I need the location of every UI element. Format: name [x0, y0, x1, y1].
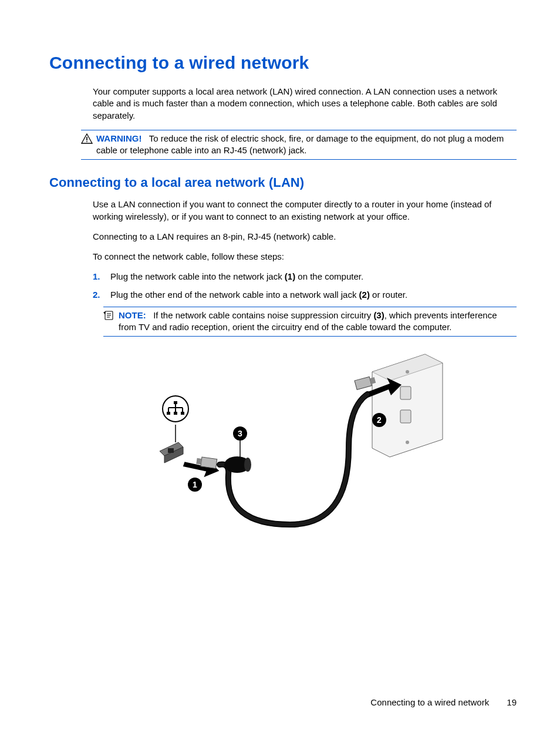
warning-icon	[81, 133, 94, 146]
svg-rect-24	[168, 448, 174, 453]
warning-body: To reduce the risk of electric shock, fi…	[96, 133, 504, 155]
section-heading: Connecting to a local area network (LAN)	[49, 175, 517, 190]
svg-rect-9	[400, 410, 411, 423]
svg-rect-21	[196, 458, 201, 465]
page-number: 19	[507, 697, 517, 707]
document-page: Connecting to a wired network Your compu…	[0, 0, 560, 746]
note-label: NOTE:	[119, 310, 146, 320]
use-lan-paragraph: Use a LAN connection if you want to conn…	[93, 199, 517, 223]
svg-rect-33	[167, 412, 170, 415]
svg-text:3: 3	[238, 429, 242, 438]
svg-rect-20	[201, 457, 217, 468]
svg-text:1: 1	[193, 480, 197, 489]
body-content: Your computer supports a local area netw…	[93, 86, 517, 122]
svg-rect-27	[174, 401, 177, 404]
svg-rect-0	[86, 137, 87, 140]
svg-rect-8	[400, 387, 411, 399]
note-text: NOTE: If the network cable contains nois…	[119, 310, 517, 334]
step-item: 2. Plug the other end of the network cab…	[93, 289, 517, 301]
svg-rect-35	[181, 412, 184, 415]
warning-callout: WARNING! To reduce the risk of electric …	[81, 130, 517, 160]
section-body: Use a LAN connection if you want to conn…	[93, 199, 517, 542]
page-title: Connecting to a wired network	[49, 53, 517, 73]
svg-text:2: 2	[377, 415, 382, 425]
note-icon	[103, 310, 116, 323]
svg-rect-1	[86, 141, 87, 142]
follow-steps-paragraph: To connect the network cable, follow the…	[93, 251, 517, 263]
step-text: Plug the network cable into the network …	[110, 271, 363, 283]
warning-label: WARNING!	[96, 133, 142, 143]
intro-paragraph: Your computer supports a local area netw…	[93, 86, 517, 122]
svg-point-7	[406, 441, 409, 444]
svg-rect-34	[174, 412, 177, 415]
svg-point-16	[244, 458, 251, 472]
steps-list: 1. Plug the network cable into the netwo…	[93, 271, 517, 301]
page-footer: Connecting to a wired network 19	[370, 697, 517, 707]
step-number: 1.	[93, 271, 103, 283]
warning-text: WARNING! To reduce the risk of electric …	[96, 133, 517, 157]
requires-paragraph: Connecting to a LAN requires an 8-pin, R…	[93, 231, 517, 243]
svg-rect-11	[355, 377, 372, 390]
step-number: 2.	[93, 289, 103, 301]
note-callout: NOTE: If the network cable contains nois…	[103, 307, 517, 337]
step-text: Plug the other end of the network cable …	[110, 289, 407, 301]
footer-title: Connecting to a wired network	[370, 697, 489, 707]
svg-point-6	[406, 370, 409, 374]
cable-diagram: 2 3 1	[149, 348, 460, 542]
step-item: 1. Plug the network cable into the netwo…	[93, 271, 517, 283]
